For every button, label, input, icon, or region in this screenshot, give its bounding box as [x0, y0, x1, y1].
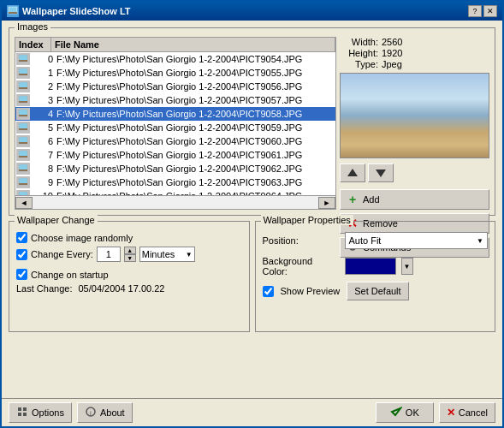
row-filename: F:\My Pictures\Photo\San Giorgio 1-2-200… — [55, 150, 335, 160]
show-preview-checkbox[interactable] — [263, 286, 274, 297]
row-icon — [16, 67, 30, 79]
change-every-input[interactable] — [97, 247, 121, 262]
svg-rect-17 — [19, 156, 27, 158]
image-info: Width: 2560 Height: 1920 Type: Jpeg — [340, 37, 489, 69]
position-row: Position: Auto Fit ▼ — [263, 232, 489, 249]
position-dropdown[interactable]: Auto Fit ▼ — [345, 232, 489, 249]
col-header-index: Index — [15, 38, 51, 51]
last-change-value: 05/04/2004 17.00.22 — [79, 283, 165, 294]
table-row[interactable]: 1F:\My Pictures\Photo\San Giorgio 1-2-20… — [15, 66, 335, 80]
spin-up[interactable]: ▲ — [124, 247, 136, 254]
svg-marker-32 — [347, 169, 358, 176]
svg-marker-33 — [376, 169, 386, 177]
svg-marker-42 — [392, 408, 400, 415]
position-label: Position: — [263, 235, 340, 246]
row-icon — [16, 80, 30, 92]
row-icon — [16, 163, 30, 175]
row-filename: F:\My Pictures\Photo\San Giorgio 1-2-200… — [55, 109, 335, 119]
svg-rect-39 — [23, 413, 27, 416]
help-button[interactable]: ? — [468, 5, 482, 17]
height-value: 1920 — [382, 48, 402, 58]
row-index: 9 — [31, 177, 55, 187]
random-label: Choose image randomly — [31, 233, 133, 243]
wallpaper-change-label: Wallpaper Change — [15, 215, 98, 225]
main-window: Wallpaper SlideShow LT ? ✕ Images Index … — [0, 0, 504, 428]
preview-row: Show Preview Set Default — [263, 282, 489, 300]
add-button[interactable]: + Add — [340, 189, 489, 210]
options-button[interactable]: Options — [9, 402, 72, 423]
row-filename: F:\My Pictures\Photo\San Giorgio 1-2-200… — [55, 122, 335, 133]
col-header-filename: File Name — [51, 38, 335, 51]
change-every-row: Change Every: ▲ ▼ Minutes ▼ — [16, 247, 242, 262]
change-every-checkbox[interactable] — [16, 249, 27, 260]
table-row[interactable]: 6F:\My Pictures\Photo\San Giorgio 1-2-20… — [15, 134, 335, 148]
down-button[interactable] — [368, 163, 394, 182]
spin-down[interactable]: ▼ — [124, 254, 136, 262]
row-icon — [16, 176, 30, 188]
table-row[interactable]: 2F:\My Pictures\Photo\San Giorgio 1-2-20… — [15, 80, 335, 93]
table-row[interactable]: 9F:\My Pictures\Photo\San Giorgio 1-2-20… — [15, 175, 335, 189]
width-label: Width: — [340, 37, 378, 47]
images-group: Images Index File Name 0F:\My Pictures\P… — [9, 27, 495, 216]
image-thumbnail — [340, 73, 489, 158]
row-icon — [16, 190, 30, 196]
svg-rect-11 — [19, 115, 27, 116]
svg-rect-38 — [18, 413, 21, 416]
startup-checkbox[interactable] — [16, 269, 27, 280]
table-row[interactable]: 3F:\My Pictures\Photo\San Giorgio 1-2-20… — [15, 93, 335, 107]
startup-row: Change on startup — [16, 269, 242, 280]
row-index: 3 — [31, 95, 55, 105]
startup-label: Change on startup — [31, 270, 109, 280]
row-icon — [16, 135, 30, 147]
about-icon: i — [85, 406, 97, 419]
table-row[interactable]: 10F:\My Pictures\Photo\San Giorgio 1-2-2… — [15, 189, 335, 196]
bg-color-swatch[interactable] — [345, 258, 396, 275]
table-row[interactable]: 7F:\My Pictures\Photo\San Giorgio 1-2-20… — [15, 148, 335, 162]
svg-rect-7 — [19, 87, 27, 89]
table-row[interactable]: 5F:\My Pictures\Photo\San Giorgio 1-2-20… — [15, 121, 335, 134]
row-filename: F:\My Pictures\Photo\San Giorgio 1-2-200… — [55, 54, 335, 64]
up-button[interactable] — [340, 163, 365, 182]
svg-rect-37 — [23, 407, 27, 411]
add-icon: + — [346, 193, 359, 206]
height-label: Height: — [340, 48, 378, 58]
position-arrow: ▼ — [477, 237, 483, 245]
type-value: Jpeg — [382, 59, 402, 69]
row-index: 1 — [31, 68, 55, 78]
options-label: Options — [32, 407, 64, 418]
position-value: Auto Fit — [349, 235, 382, 246]
svg-rect-9 — [19, 101, 27, 103]
svg-text:i: i — [90, 409, 92, 417]
svg-rect-1 — [9, 12, 17, 14]
row-icon — [16, 94, 30, 106]
row-icon — [16, 122, 30, 134]
close-button[interactable]: ✕ — [483, 5, 497, 17]
row-icon — [16, 108, 30, 120]
table-row[interactable]: 4F:\My Pictures\Photo\San Giorgio 1-2-20… — [15, 107, 335, 121]
ok-button[interactable]: OK — [376, 402, 434, 423]
about-button[interactable]: i About — [77, 402, 133, 423]
svg-rect-3 — [19, 60, 27, 62]
ok-label: OK — [406, 407, 419, 418]
bg-color-picker-button[interactable]: ▼ — [401, 258, 413, 275]
row-icon — [16, 53, 30, 65]
minutes-dropdown[interactable]: Minutes ▼ — [139, 247, 195, 262]
row-index: 5 — [31, 122, 55, 133]
random-checkbox[interactable] — [16, 232, 27, 243]
set-default-button[interactable]: Set Default — [347, 282, 408, 300]
row-filename: F:\My Pictures\Photo\San Giorgio 1-2-200… — [55, 81, 335, 92]
bg-color-row: Background Color: ▼ — [263, 256, 489, 276]
bottom-section: Wallpaper Change Choose image randomly C… — [9, 221, 495, 332]
row-index: 2 — [31, 81, 55, 92]
table-row[interactable]: 8F:\My Pictures\Photo\San Giorgio 1-2-20… — [15, 162, 335, 175]
table-row[interactable]: 0F:\My Pictures\Photo\San Giorgio 1-2-20… — [15, 52, 335, 66]
cancel-button[interactable]: ✕ Cancel — [439, 402, 495, 423]
table-body[interactable]: 0F:\My Pictures\Photo\San Giorgio 1-2-20… — [15, 51, 336, 196]
svg-rect-21 — [19, 183, 27, 185]
row-index: 6 — [31, 136, 55, 146]
row-filename: F:\My Pictures\Photo\San Giorgio 1-2-200… — [55, 136, 335, 146]
horizontal-scrollbar[interactable]: ◄ ► — [15, 196, 336, 210]
row-icon — [16, 149, 30, 161]
row-filename: F:\My Pictures\Photo\San Giorgio 1-2-200… — [55, 163, 335, 174]
svg-rect-19 — [19, 169, 27, 171]
